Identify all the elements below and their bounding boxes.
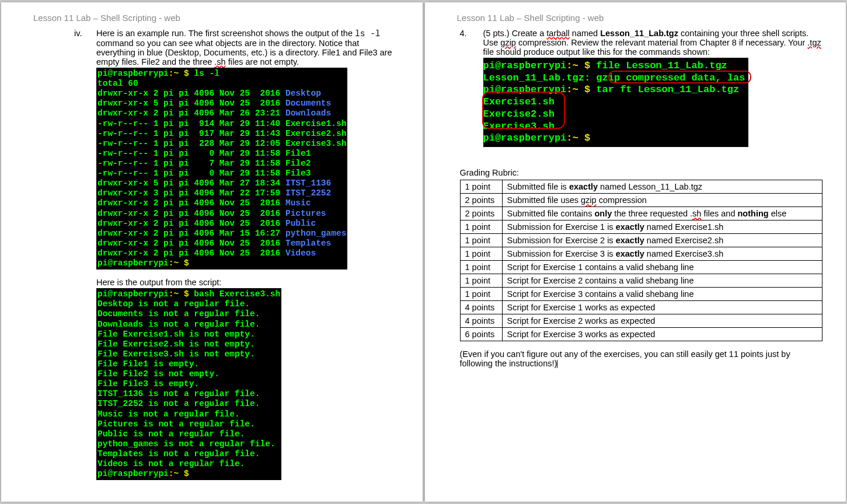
terminal1-wrap: pi@raspberrypi:~ $ ls -l total 60 drwxr-… bbox=[96, 68, 399, 270]
q4-t4: file should produce output like this for… bbox=[483, 47, 710, 57]
text-cursor bbox=[557, 360, 557, 368]
rubric-text: Submitted file is exactly named Lesson_1… bbox=[502, 180, 822, 194]
rubric-row: 1 pointSubmitted file is exactly named L… bbox=[460, 180, 822, 194]
rubric-row: 1 pointSubmission for Exercise 2 is exac… bbox=[460, 234, 822, 247]
page-left: Lesson 11 Lab – Shell Scripting - web iv… bbox=[1, 2, 423, 502]
rubric-row: 1 pointSubmission for Exercise 3 is exac… bbox=[460, 247, 822, 261]
q4-filename: Lesson_11_Lab.tgz bbox=[600, 29, 678, 38]
rubric-text: Submission for Exercise 3 is exactly nam… bbox=[502, 247, 822, 261]
rubric-points: 1 point bbox=[460, 247, 502, 261]
rubric-row: 1 pointSubmission for Exercise 1 is exac… bbox=[460, 220, 822, 234]
num-4: 4. bbox=[460, 29, 483, 147]
page-right: Lesson 11 Lab – Shell Scripting - web 4.… bbox=[425, 2, 846, 502]
rubric-text: Script for Exercise 3 works as expected bbox=[502, 328, 822, 341]
rubric-points: 1 point bbox=[460, 220, 502, 234]
rubric-text: Script for Exercise 3 contains a valid s… bbox=[502, 288, 822, 301]
intro-text: Here is an example run. The first screen… bbox=[96, 29, 399, 66]
page-header-r: Lesson 11 Lab – Shell Scripting - web bbox=[442, 2, 829, 29]
footnote: (Even if you can't figure out any of the… bbox=[460, 349, 823, 368]
rubric-points: 6 points bbox=[460, 328, 502, 341]
intro2: Here is the output from the script: bbox=[96, 278, 399, 287]
q4-t3: compression. Review the relevant materia… bbox=[516, 38, 807, 47]
rubric-points: 1 point bbox=[460, 274, 502, 288]
rubric-points: 4 points bbox=[460, 314, 502, 328]
rubric-points: 1 point bbox=[460, 288, 502, 301]
footnote-text: (Even if you can't figure out any of the… bbox=[460, 349, 790, 368]
rubric-row: 1 pointScript for Exercise 2 contains a … bbox=[460, 274, 822, 288]
rubric-text: Script for Exercise 2 works as expected bbox=[502, 314, 822, 328]
q4-gzip: gzip bbox=[500, 38, 516, 47]
item-4: 4. (5 pts.) Create a tarball named Lesso… bbox=[460, 29, 823, 147]
intro-part-c: files are not empty. bbox=[226, 57, 299, 66]
intro-code: ls -l bbox=[355, 29, 381, 38]
rubric-row: 2 pointsSubmitted file contains only the… bbox=[460, 207, 822, 220]
rubric-points: 2 points bbox=[460, 207, 502, 220]
intro-part-a: Here is an example run. The first screen… bbox=[96, 29, 355, 38]
rubric-points: 4 points bbox=[460, 301, 502, 314]
rubric-title: Grading Rubric: bbox=[460, 168, 823, 177]
terminal2-wrap: pi@raspberrypi:~ $ bash Exercise3.sh Des… bbox=[96, 288, 399, 480]
rubric-points: 1 point bbox=[460, 234, 502, 247]
terminal-script: pi@raspberrypi:~ $ bash Exercise3.sh Des… bbox=[96, 288, 281, 480]
rubric-text: Submitted file uses gzip compression bbox=[502, 194, 822, 207]
terminal-ls: pi@raspberrypi:~ $ ls -l total 60 drwxr-… bbox=[96, 68, 347, 270]
rubric-text: Submission for Exercise 1 is exactly nam… bbox=[502, 220, 822, 234]
q4-tarball: tarball bbox=[546, 29, 570, 38]
q4-text: (5 pts.) Create a tarball named Lesson_1… bbox=[483, 29, 823, 147]
terminal-tarball: pi@raspberrypi:~ $ file Lesson_11_Lab.tg… bbox=[483, 58, 749, 147]
rubric-text: Script for Exercise 2 contains a valid s… bbox=[502, 274, 822, 288]
rubric-row: 4 pointsScript for Exercise 2 works as e… bbox=[460, 314, 822, 328]
rubric-row: 6 pointsScript for Exercise 3 works as e… bbox=[460, 328, 822, 341]
terminal3-wrap: pi@raspberrypi:~ $ file Lesson_11_Lab.tg… bbox=[483, 58, 749, 147]
rubric-table: 1 pointSubmitted file is exactly named L… bbox=[460, 180, 823, 341]
rubric-points: 1 point bbox=[460, 261, 502, 274]
q4-t1: named bbox=[570, 29, 600, 38]
rubric-text: Script for Exercise 1 works as expected bbox=[502, 301, 822, 314]
bullet-iv: iv. bbox=[74, 29, 96, 66]
rubric-points: 1 point bbox=[460, 180, 502, 194]
rubric-text: Submission for Exercise 2 is exactly nam… bbox=[502, 234, 822, 247]
rubric-points: 2 points bbox=[460, 194, 502, 207]
rubric-row: 2 pointsSubmitted file uses gzip compres… bbox=[460, 194, 822, 207]
rubric-section: Grading Rubric: 1 pointSubmitted file is… bbox=[460, 168, 823, 341]
rubric-row: 1 pointScript for Exercise 1 contains a … bbox=[460, 261, 822, 274]
item-iv: iv. Here is an example run. The first sc… bbox=[74, 29, 399, 66]
rubric-row: 4 pointsScript for Exercise 1 works as e… bbox=[460, 301, 822, 314]
q4-tgz: .tgz bbox=[807, 38, 821, 47]
rubric-row: 1 pointScript for Exercise 3 contains a … bbox=[460, 288, 822, 301]
rubric-text: Script for Exercise 1 contains a valid s… bbox=[502, 261, 822, 274]
q4-pts: (5 pts.) Create a bbox=[483, 29, 547, 38]
page-header: Lesson 11 Lab – Shell Scripting - web bbox=[19, 2, 405, 29]
intro-sh: .sh bbox=[214, 57, 225, 66]
rubric-text: Submitted file contains only the three r… bbox=[502, 207, 822, 220]
